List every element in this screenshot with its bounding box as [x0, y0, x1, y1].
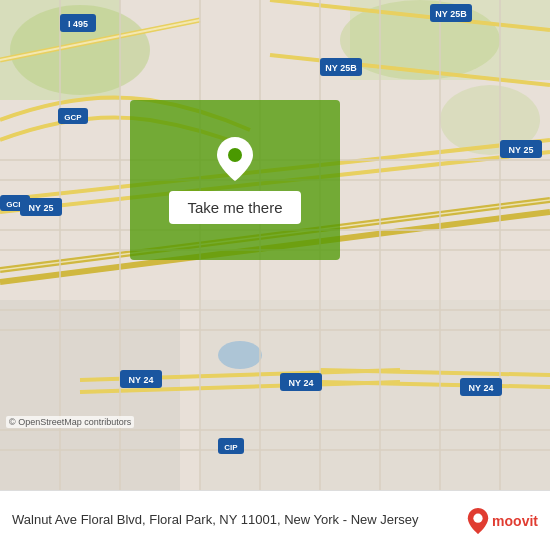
svg-text:NY 25B: NY 25B: [435, 9, 467, 19]
moovit-pin-icon: [467, 508, 489, 534]
svg-text:NY 25: NY 25: [29, 203, 54, 213]
moovit-logo: moovit: [467, 508, 538, 534]
svg-text:NY 24: NY 24: [289, 378, 314, 388]
svg-point-60: [228, 148, 242, 162]
svg-point-8: [218, 341, 262, 369]
moovit-text: moovit: [492, 513, 538, 529]
svg-text:CIP: CIP: [224, 443, 238, 452]
svg-text:NY 25: NY 25: [509, 145, 534, 155]
osm-credit: © OpenStreetMap contributors: [6, 416, 134, 428]
svg-text:NY 24: NY 24: [469, 383, 494, 393]
svg-text:NY 25B: NY 25B: [325, 63, 357, 73]
map-overlay: Take me there: [130, 100, 340, 260]
map-pin: [217, 137, 253, 181]
svg-point-61: [473, 513, 482, 522]
address-text: Walnut Ave Floral Blvd, Floral Park, NY …: [12, 512, 459, 529]
svg-text:GCP: GCP: [64, 113, 82, 122]
take-me-there-button[interactable]: Take me there: [169, 191, 300, 224]
svg-text:NY 24: NY 24: [129, 375, 154, 385]
svg-rect-3: [0, 300, 180, 490]
bottom-bar: Walnut Ave Floral Blvd, Floral Park, NY …: [0, 490, 550, 550]
map-container: I 495 GCP GCP NY 25B NY 25B NY 25 NY 25 …: [0, 0, 550, 490]
svg-text:I 495: I 495: [68, 19, 88, 29]
